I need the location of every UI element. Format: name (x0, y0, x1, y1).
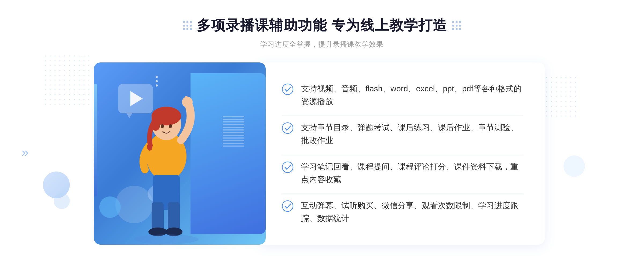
svg-point-14 (134, 234, 199, 244)
svg-point-16 (282, 123, 293, 133)
feature-item-1: 支持视频、音频、flash、word、excel、ppt、pdf等各种格式的资源… (282, 77, 523, 113)
outer-circle-right (564, 155, 585, 177)
outer-circle-left2 (54, 193, 70, 209)
svg-point-11 (161, 124, 164, 128)
check-icon-2 (282, 122, 294, 134)
svg-rect-5 (152, 202, 164, 231)
human-illustration (110, 79, 223, 245)
illustration-card (94, 62, 266, 245)
page-wrapper: » 多项录播课辅助功能 专为线上教学打造 学习进度全掌握，提升录播课教学效果 (0, 0, 644, 261)
feature-text-4: 互动弹幕、试听购买、微信分享、观看次数限制、学习进度跟踪、数据统计 (301, 199, 523, 225)
check-icon-1 (282, 83, 294, 95)
svg-point-17 (282, 162, 293, 173)
feature-text-3: 学习笔记回看、课程提问、课程评论打分、课件资料下载，重点内容收藏 (301, 160, 523, 186)
check-icon-3 (282, 161, 294, 173)
feature-item-3: 学习笔记回看、课程提问、课程评论打分、课件资料下载，重点内容收藏 (282, 155, 523, 191)
main-title: 多项录播课辅助功能 专为线上教学打造 (197, 16, 447, 35)
svg-point-18 (282, 201, 293, 211)
header: 多项录播课辅助功能 专为线上教学打造 学习进度全掌握，提升录播课教学效果 (183, 16, 461, 49)
stripes-decoration (223, 116, 244, 148)
feature-text-2: 支持章节目录、弹题考试、课后练习、课后作业、章节测验、批改作业 (301, 121, 523, 147)
svg-point-12 (169, 124, 172, 128)
feature-item-2: 支持章节目录、弹题考试、课后练习、课后作业、章节测验、批改作业 (282, 115, 523, 152)
content-area: 支持视频、音频、flash、word、excel、ppt、pdf等各种格式的资源… (94, 62, 550, 245)
svg-rect-6 (168, 202, 180, 231)
svg-point-15 (282, 84, 293, 95)
dots-decoration-left (43, 54, 91, 107)
title-dots-right (452, 21, 461, 30)
features-panel: 支持视频、音频、flash、word、excel、ppt、pdf等各种格式的资源… (260, 62, 545, 245)
check-icon-4 (282, 200, 294, 212)
sparkle-dot-1 (156, 76, 158, 78)
feature-text-1: 支持视频、音频、flash、word、excel、ppt、pdf等各种格式的资源… (301, 82, 523, 108)
card-stripe (94, 84, 97, 196)
feature-item-4: 互动弹幕、试听购买、微信分享、观看次数限制、学习进度跟踪、数据统计 (282, 193, 523, 230)
main-subtitle: 学习进度全掌握，提升录播课教学效果 (260, 40, 383, 49)
title-row: 多项录播课辅助功能 专为线上教学打造 (183, 16, 461, 35)
chevron-left-decoration: » (21, 145, 29, 159)
title-dots-left (183, 21, 192, 30)
svg-point-13 (147, 143, 152, 151)
